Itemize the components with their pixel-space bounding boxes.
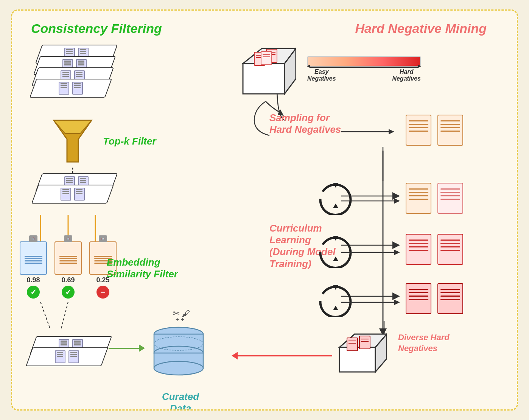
green-arrow	[109, 344, 145, 352]
arrow-cycle2	[341, 247, 406, 258]
svg-rect-58	[347, 338, 358, 351]
filtered-document-layers	[35, 173, 118, 211]
doc-2	[54, 241, 82, 275]
red-arrow-to-database	[232, 352, 332, 359]
cube-bottom	[334, 328, 387, 381]
svg-rect-61	[359, 336, 370, 349]
title-hard-negative-mining: Hard Negative Mining	[355, 21, 487, 36]
sampled-docs-top	[406, 115, 463, 146]
curve-arrow	[235, 41, 311, 117]
svg-marker-48	[394, 250, 400, 255]
cycle-doc-3a	[406, 283, 431, 314]
diverse-hard-negatives-label: Diverse Hard Negatives	[398, 332, 450, 354]
cycle-doc-1a	[406, 183, 431, 214]
svg-point-23	[154, 361, 203, 375]
curated-data-label: Curated Data	[150, 391, 211, 411]
result-layer	[31, 328, 107, 362]
svg-marker-39	[389, 129, 394, 134]
arrow-cycle1	[341, 195, 406, 207]
difficulty-arrow	[310, 67, 418, 68]
document-similarity-scores: 🤖 0.98 ✓ 🤖 0.69 ✓	[20, 241, 117, 299]
cycle-docs-2	[406, 234, 463, 265]
cycle-doc-2a	[406, 234, 431, 265]
cycle-docs-3	[406, 283, 463, 314]
svg-marker-15	[54, 120, 92, 134]
sampled-doc-2	[437, 115, 463, 146]
sampling-arrow	[341, 124, 402, 139]
doc-card-2: 🤖 0.69 ✓	[54, 241, 82, 299]
svg-marker-44	[394, 198, 400, 204]
gradient-difficulty-bar: Easy Negatives Hard Negatives	[307, 56, 421, 82]
arrow-cycle3	[341, 297, 406, 308]
topk-filter-label: Top-k Filter	[103, 135, 156, 147]
svg-marker-50	[333, 306, 338, 310]
sampled-doc-1	[406, 115, 431, 146]
svg-marker-46	[333, 257, 338, 261]
svg-line-6	[40, 302, 50, 328]
result-layer-2	[26, 347, 108, 366]
embedding-similarity-filter-label: Embedding Similarity Filter	[107, 257, 178, 280]
title-consistency-filtering: Consistency Filtering	[31, 21, 162, 36]
negative-labels: Easy Negatives Hard Negatives	[307, 68, 421, 82]
easy-negatives-label: Easy Negatives	[307, 68, 336, 82]
sampling-label: Sampling for Hard Negatives	[269, 112, 341, 135]
doc-1	[20, 241, 47, 275]
difficulty-gradient	[307, 56, 421, 67]
cycle-doc-2b	[437, 234, 463, 265]
layer-4	[30, 79, 112, 98]
minus-1: −	[96, 286, 109, 299]
svg-marker-52	[394, 300, 400, 305]
cycle-doc-1b	[437, 183, 463, 214]
hard-negatives-label: Hard Negatives	[392, 68, 421, 82]
cycle-docs-1	[406, 183, 463, 214]
score-1: 0.98	[26, 276, 40, 284]
svg-marker-42	[333, 204, 338, 208]
svg-marker-55	[339, 347, 375, 372]
filtered-layer-2	[31, 185, 114, 204]
svg-line-7	[61, 302, 68, 328]
main-diagram: Consistency Filtering Hard Negative Mini…	[11, 9, 518, 411]
check-2: ✓	[62, 286, 75, 299]
cycle-doc-3b	[437, 283, 463, 314]
svg-text:+ +: + +	[176, 316, 184, 323]
score-2: 0.69	[61, 276, 75, 284]
stacked-document-layers	[35, 45, 118, 105]
funnel-icon	[50, 117, 95, 166]
doc-card-1: 🤖 0.98 ✓	[20, 241, 47, 299]
check-1: ✓	[27, 286, 40, 299]
database-icon: ✂ 🖌 + +	[148, 310, 209, 385]
